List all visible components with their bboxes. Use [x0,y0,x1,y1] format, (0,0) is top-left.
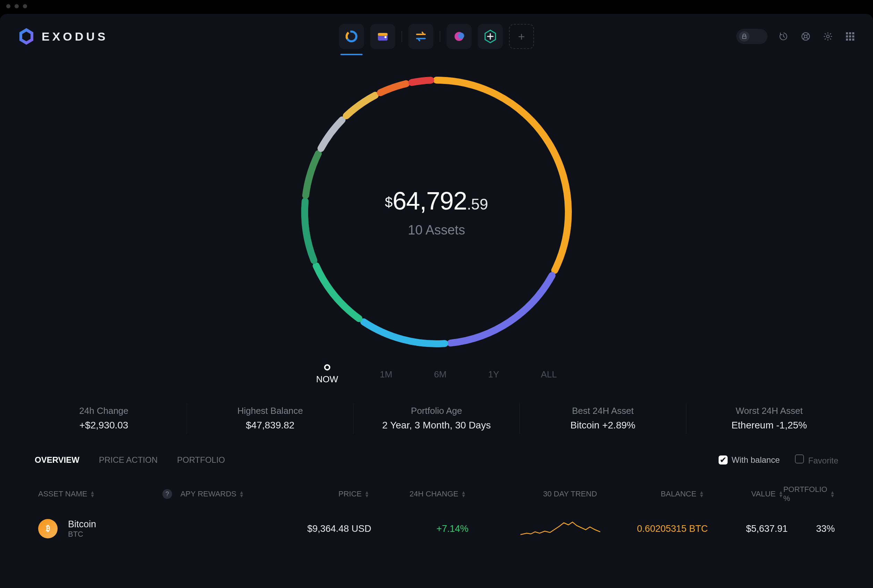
wallet-icon [376,30,390,44]
stat-worst-asset: Worst 24H Asset Ethereum -1,25% [686,403,852,434]
stat-label: Best 24H Asset [520,405,686,416]
svg-rect-12 [852,32,854,34]
table-row[interactable]: ₿ Bitcoin BTC $9,364.48 USD +7.14% 0.602… [35,517,838,544]
timeframe-all[interactable]: ALL [541,369,557,380]
cell-trend [468,519,600,538]
portfolio-donut[interactable]: $64,792.59 10 Assets [296,72,577,352]
nav-apps[interactable] [478,24,503,49]
brand: EXODUS [16,27,108,46]
col-apy[interactable]: ?APY REWARDS▲▼ [162,489,255,499]
checkbox-icon [795,454,804,464]
nav-wallet[interactable] [370,24,395,49]
stat-24h-change: 24h Change +$2,930.03 [21,403,187,434]
history-button[interactable] [777,30,790,43]
svg-rect-3 [378,33,388,36]
svg-text:₿: ₿ [46,524,50,532]
svg-point-6 [458,33,464,39]
gear-icon [823,31,833,42]
nav-add[interactable]: + [509,24,534,49]
nav-exchange[interactable] [408,24,434,49]
support-button[interactable] [800,30,812,43]
nav-separator [440,31,440,42]
tab-overview[interactable]: OVERVIEW [35,455,80,465]
timeframe-label: 1M [380,369,392,380]
timeframe-active-dot-icon [324,364,330,370]
checkbox-checked-icon: ✔ [718,456,728,465]
nav-profile[interactable] [447,24,471,49]
svg-rect-13 [846,35,848,38]
grid-icon [845,32,855,41]
timeframe-1m[interactable]: 1M [380,369,392,380]
stat-value: 2 Year, 3 Month, 30 Days [354,420,519,431]
col-balance[interactable]: BALANCE▲▼ [597,489,704,498]
cell-asset: ₿ Bitcoin BTC [38,519,163,538]
face-icon [452,30,466,44]
sparkline-icon [520,519,600,538]
timeframe-1y[interactable]: 1Y [488,369,499,380]
svg-point-4 [384,36,387,38]
cell-pct: 33% [788,524,835,534]
app-frame: EXODUS [0,14,873,588]
stat-value: Ethereum -1,25% [686,420,852,431]
stat-label: Highest Balance [187,405,353,416]
col-portfolio-pct[interactable]: PORTFOLIO %▲▼ [783,485,835,503]
window-minimize-icon[interactable] [15,4,19,8]
filter-label: With balance [732,455,780,465]
top-right [736,29,856,44]
stat-value: +$2,930.03 [21,420,187,431]
hex-plus-icon [483,29,498,44]
stat-label: Worst 24H Asset [686,405,852,416]
stats-row: 24h Change +$2,930.03 Highest Balance $4… [0,403,873,434]
bitcoin-icon: ₿ [38,519,58,538]
balance-integer: 64,792 [392,187,466,215]
timeframe-label: 1Y [488,369,499,380]
help-icon[interactable]: ? [162,489,172,499]
sort-icon: ▲▼ [699,490,704,498]
asset-name: Bitcoin [68,519,96,530]
timeframe-label: 6M [434,369,447,380]
table-tabs: OVERVIEW PRICE ACTION PORTFOLIO ✔With ba… [35,454,838,465]
sort-icon: ▲▼ [830,490,835,498]
filter-favorite[interactable]: Favorite [795,454,838,465]
sort-icon: ▲▼ [90,490,95,498]
apps-grid-button[interactable] [844,30,856,43]
window-zoom-icon[interactable] [23,4,27,8]
window-close-icon[interactable] [6,4,10,8]
col-price[interactable]: PRICE▲▼ [255,489,369,498]
col-value[interactable]: VALUE▲▼ [704,489,783,498]
settings-button[interactable] [822,30,834,43]
filter-with-balance[interactable]: ✔With balance [718,455,780,465]
sort-icon: ▲▼ [778,490,783,498]
timeframe-now[interactable]: NOW [316,364,338,385]
col-trend: 30 DAY TREND [466,489,597,498]
ring-icon [345,30,358,44]
donut-center: $64,792.59 10 Assets [385,187,488,238]
svg-point-8 [804,35,807,38]
timeframe-6m[interactable]: 6M [434,369,447,380]
history-icon [778,31,789,42]
col-asset-name[interactable]: ASSET NAME▲▼ [38,489,162,498]
sort-icon: ▲▼ [461,490,466,498]
top-bar: EXODUS [0,14,873,59]
col-24h-change[interactable]: 24H CHANGE▲▼ [369,489,466,498]
lock-toggle[interactable] [736,29,768,44]
main-content: $64,792.59 10 Assets NOW 1M 6M 1Y ALL 24… [0,59,873,588]
asset-symbol: BTC [68,530,96,538]
svg-point-9 [826,35,829,38]
cell-change: +7.14% [371,524,468,534]
stat-best-asset: Best 24H Asset Bitcoin +2.89% [519,403,686,434]
tab-portfolio[interactable]: PORTFOLIO [177,455,225,465]
cell-balance: 0.60205315 BTC [600,524,708,534]
lifebuoy-icon [801,31,811,42]
sort-icon: ▲▼ [364,490,369,498]
nav-center: + [339,24,534,49]
stat-value: Bitcoin +2.89% [520,420,686,431]
nav-portfolio[interactable] [339,24,364,49]
stat-label: Portfolio Age [354,405,519,416]
svg-rect-17 [849,39,851,40]
timeframe-label: ALL [541,369,557,380]
cell-value: $5,637.91 [708,524,788,534]
svg-rect-15 [852,35,854,38]
tab-price-action[interactable]: PRICE ACTION [99,455,158,465]
svg-rect-10 [846,32,848,34]
